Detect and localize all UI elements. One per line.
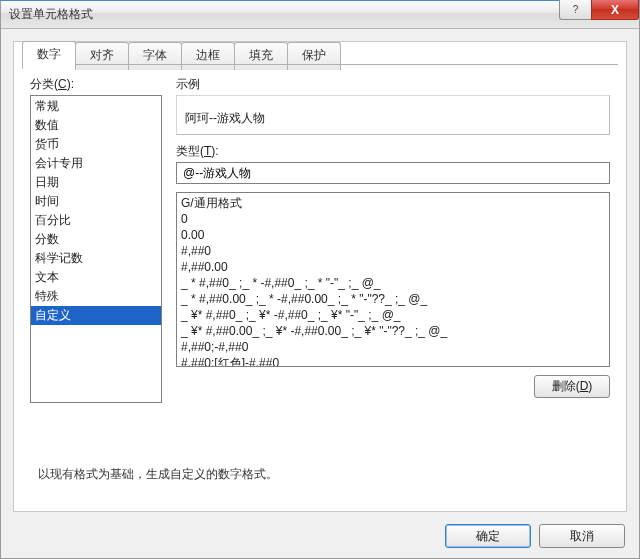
format-item[interactable]: #,##0;-#,##0: [181, 339, 605, 355]
help-icon: ?: [573, 4, 579, 15]
category-item[interactable]: 分数: [31, 230, 161, 249]
format-cells-dialog: 设置单元格格式 ? X 数字对齐字体边框填充保护 分类(C): 常规数值货币会计…: [0, 0, 640, 559]
format-item[interactable]: 0: [181, 211, 605, 227]
help-button[interactable]: ?: [559, 0, 591, 20]
ok-button[interactable]: 确定: [445, 524, 531, 548]
category-item[interactable]: 自定义: [31, 306, 161, 325]
close-button[interactable]: X: [591, 0, 639, 20]
category-item[interactable]: 特殊: [31, 287, 161, 306]
format-item[interactable]: _ ¥* #,##0.00_ ;_ ¥* -#,##0.00_ ;_ ¥* "-…: [181, 323, 605, 339]
format-item[interactable]: #,##0.00: [181, 259, 605, 275]
category-item[interactable]: 数值: [31, 116, 161, 135]
category-item[interactable]: 百分比: [31, 211, 161, 230]
category-item[interactable]: 货币: [31, 135, 161, 154]
category-item[interactable]: 时间: [31, 192, 161, 211]
format-item[interactable]: _ ¥* #,##0_ ;_ ¥* -#,##0_ ;_ ¥* "-"_ ;_ …: [181, 307, 605, 323]
window-buttons: ? X: [559, 0, 639, 20]
format-item[interactable]: #,##0;[红色]-#,##0: [181, 355, 605, 367]
format-item[interactable]: G/通用格式: [181, 195, 605, 211]
sample-value: 阿珂--游戏人物: [185, 100, 265, 127]
dialog-body: 数字对齐字体边框填充保护 分类(C): 常规数值货币会计专用日期时间百分比分数科…: [13, 41, 627, 512]
format-item[interactable]: _ * #,##0.00_ ;_ * -#,##0.00_ ;_ * "-"??…: [181, 291, 605, 307]
format-listbox[interactable]: G/通用格式00.00#,##0#,##0.00_ * #,##0_ ;_ * …: [176, 192, 610, 367]
format-item[interactable]: 0.00: [181, 227, 605, 243]
category-column: 分类(C): 常规数值货币会计专用日期时间百分比分数科学记数文本特殊自定义: [30, 76, 162, 495]
category-item[interactable]: 常规: [31, 97, 161, 116]
category-item[interactable]: 文本: [31, 268, 161, 287]
window-title: 设置单元格格式: [9, 6, 93, 23]
sample-box: 阿珂--游戏人物: [176, 95, 610, 135]
sample-group: 示例 阿珂--游戏人物: [176, 76, 610, 135]
category-label: 分类(C):: [30, 76, 162, 93]
tab-number-panel: 分类(C): 常规数值货币会计专用日期时间百分比分数科学记数文本特殊自定义 示例…: [22, 64, 618, 503]
cancel-button[interactable]: 取消: [539, 524, 625, 548]
hint-text: 以现有格式为基础，生成自定义的数字格式。: [38, 466, 278, 483]
category-item[interactable]: 科学记数: [31, 249, 161, 268]
settings-column: 示例 阿珂--游戏人物 类型(T): G/通用格式00.00#,##0#,##0…: [162, 76, 610, 495]
sample-label: 示例: [176, 76, 610, 93]
dialog-buttons: 确定 取消: [445, 524, 625, 548]
format-item[interactable]: #,##0: [181, 243, 605, 259]
type-group: 类型(T):: [176, 143, 610, 184]
category-item[interactable]: 日期: [31, 173, 161, 192]
close-icon: X: [611, 3, 619, 17]
titlebar: 设置单元格格式 ? X: [1, 1, 639, 29]
format-item[interactable]: _ * #,##0_ ;_ * -#,##0_ ;_ * "-"_ ;_ @_: [181, 275, 605, 291]
type-input[interactable]: [176, 162, 610, 184]
tab-0[interactable]: 数字: [22, 41, 76, 69]
delete-button[interactable]: 删除(D): [534, 375, 610, 398]
category-listbox[interactable]: 常规数值货币会计专用日期时间百分比分数科学记数文本特殊自定义: [30, 95, 162, 403]
category-item[interactable]: 会计专用: [31, 154, 161, 173]
type-label: 类型(T):: [176, 143, 610, 160]
